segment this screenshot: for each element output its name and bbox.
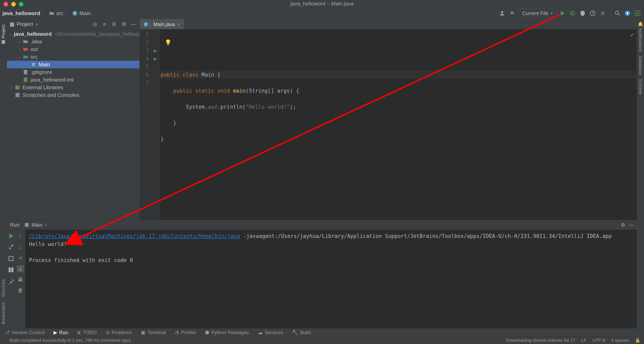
tree-item-gitignore[interactable]: .gitignore xyxy=(7,68,140,76)
status-encoding[interactable]: UTF-8 xyxy=(593,338,605,343)
profiler-button[interactable] xyxy=(589,9,597,17)
bookmarks-tool-button[interactable]: Bookmarks xyxy=(1,302,6,324)
todo-tool-button[interactable]: ≣ TODO xyxy=(77,330,97,335)
minimize-window-button[interactable] xyxy=(11,2,16,6)
down-stack-icon[interactable]: ↓ xyxy=(17,243,24,251)
update-icon[interactable] xyxy=(624,9,632,17)
close-run-tab-icon[interactable]: × xyxy=(44,223,47,227)
ide-settings-icon[interactable] xyxy=(634,9,642,17)
expand-all-icon[interactable]: ≡ xyxy=(101,21,108,28)
coverage-button[interactable] xyxy=(578,9,587,17)
layout-icon[interactable] xyxy=(8,266,15,273)
run-button[interactable] xyxy=(558,9,566,17)
status-indent[interactable]: 4 spaces xyxy=(611,338,629,343)
terminal-tool-button[interactable]: ▣ Terminal xyxy=(141,330,166,335)
tree-root[interactable]: ⌄java_helloword~/Documents/idea_java/jav… xyxy=(7,30,140,38)
clear-icon[interactable]: 🗑 xyxy=(17,287,24,294)
pin-icon[interactable] xyxy=(8,278,15,285)
print-icon[interactable]: 🖶 xyxy=(17,276,24,283)
status-download-msg: Downloading shared indexes for 17 xyxy=(506,338,575,343)
run-gutter-icon[interactable]: ▶ xyxy=(151,47,160,55)
debug-button[interactable] xyxy=(568,9,576,17)
build-tool-button[interactable]: 🔨 Build xyxy=(292,330,311,335)
maximize-window-button[interactable] xyxy=(19,2,23,6)
breadcrumb[interactable]: java_helloword 〉 src 〉 C Main xyxy=(2,10,91,17)
editor-tab-main[interactable]: C Main.java × xyxy=(140,19,184,29)
breadcrumb-folder[interactable]: src xyxy=(56,10,64,16)
console-output[interactable]: /Library/Java/JavaVirtualMachines/jdk-17… xyxy=(25,230,637,328)
tree-item-src[interactable]: ⌄src xyxy=(7,53,140,61)
run-config-label: Current File xyxy=(522,10,548,16)
up-stack-icon[interactable]: ↑ xyxy=(17,232,24,240)
intention-bulb-icon[interactable]: 💡 xyxy=(164,39,172,47)
window-title: java_helloword – Main.java xyxy=(290,0,354,7)
select-opened-file-icon[interactable]: ◎ xyxy=(91,21,98,28)
build-icon[interactable] xyxy=(508,9,516,17)
rerun-icon[interactable] xyxy=(8,232,15,240)
tree-item-main[interactable]: CMain xyxy=(7,61,140,68)
tree-item-out[interactable]: ›out xyxy=(7,45,140,53)
bottom-tool-stripe: ⎇ Version Control ▶ Run ≣ TODO ⊘ Problem… xyxy=(0,328,644,336)
run-tab-main[interactable]: Main × xyxy=(24,220,47,230)
tree-scratches[interactable]: Scratches and Consoles xyxy=(7,91,140,99)
vcs-tool-button[interactable]: ⎇ Version Control xyxy=(4,330,45,335)
breadcrumb-file[interactable]: Main xyxy=(80,10,91,16)
editor-gutter[interactable]: ▶▶ xyxy=(151,29,160,220)
svg-rect-22 xyxy=(9,257,13,261)
structure-tool-button[interactable]: Structure xyxy=(1,279,6,297)
project-tool-title[interactable]: ▦ Project▾ xyxy=(10,21,38,27)
project-tool-button[interactable]: ▦ Project xyxy=(1,24,6,45)
breadcrumb-project[interactable]: java_helloword xyxy=(2,10,40,16)
run-config-selector[interactable]: Current File ▾ xyxy=(518,9,556,18)
code-area[interactable]: public class Main { public static void m… xyxy=(160,29,637,220)
run-gutter-icon[interactable]: ▶ xyxy=(151,55,160,63)
java-path-link[interactable]: /Library/Java/JavaVirtualMachines/jdk-17… xyxy=(29,233,240,239)
svg-rect-24 xyxy=(12,267,14,272)
tab-filename: Main.java xyxy=(153,21,175,27)
sciview-tool-button[interactable]: SciView xyxy=(638,79,643,95)
stop-button[interactable] xyxy=(599,9,607,17)
code-with-me-icon[interactable] xyxy=(498,9,506,17)
dump-threads-icon[interactable] xyxy=(8,255,15,262)
pypkg-tool-button[interactable]: ⬢ Python Packages xyxy=(205,330,249,335)
close-window-button[interactable] xyxy=(4,2,8,6)
svg-rect-21 xyxy=(25,223,28,227)
inspections-ok-icon[interactable]: ✔ xyxy=(630,31,634,38)
svg-text:C: C xyxy=(74,11,76,15)
collapse-all-icon[interactable]: ≣ xyxy=(111,21,118,28)
notifications-tool-button[interactable]: 🔔 Notifications xyxy=(638,21,643,52)
mac-titlebar: java_helloword – Main.java xyxy=(0,0,644,7)
stop-process-icon[interactable] xyxy=(8,244,15,251)
project-tree[interactable]: ⌄java_helloword~/Documents/idea_java/jav… xyxy=(7,29,140,100)
hide-run-icon[interactable]: — xyxy=(628,222,634,228)
tree-item-idea[interactable]: ›.idea xyxy=(7,38,140,45)
problems-tool-button[interactable]: ⊘ Problems xyxy=(106,330,132,335)
svg-rect-15 xyxy=(17,85,19,89)
line-numbers: 1234567 xyxy=(140,29,151,220)
folder-icon xyxy=(49,10,55,16)
close-tab-icon[interactable]: × xyxy=(177,22,180,27)
status-line-sep[interactable]: LF xyxy=(582,338,587,343)
status-build-msg: Build completed successfully in 1 sec, 7… xyxy=(10,338,131,343)
run-label: Run: xyxy=(10,222,21,228)
status-readonly-icon[interactable]: 🔓 xyxy=(635,338,640,343)
code-editor[interactable]: 1234567 ▶▶ public class Main { public st… xyxy=(140,29,637,220)
right-tool-stripe: 🔔 Notifications Database SciView xyxy=(637,19,644,328)
class-icon: C xyxy=(72,10,78,16)
search-icon[interactable] xyxy=(614,9,622,17)
tree-ext-libs[interactable]: ›External Libraries xyxy=(7,84,140,91)
soft-wrap-icon[interactable]: ⤶ xyxy=(17,254,24,261)
svg-text:C: C xyxy=(145,22,147,26)
gear-icon[interactable]: ⚙ xyxy=(120,21,127,28)
database-tool-button[interactable]: Database xyxy=(638,56,643,75)
profiler-tool-button[interactable]: ◔ Profiler xyxy=(175,330,196,335)
editor-tabs: C Main.java × xyxy=(140,19,637,29)
svg-point-5 xyxy=(615,11,618,14)
scroll-to-end-icon[interactable]: ⤓ xyxy=(17,265,24,272)
run-tool-button[interactable]: ▶ Run xyxy=(54,330,68,335)
services-tool-button[interactable]: ☁ Services xyxy=(258,330,283,335)
svg-rect-4 xyxy=(601,12,604,15)
run-settings-icon[interactable]: ⚙ xyxy=(621,222,625,228)
tree-item-iml[interactable]: java_helloword.iml xyxy=(7,76,140,84)
hide-icon[interactable]: — xyxy=(130,21,137,28)
